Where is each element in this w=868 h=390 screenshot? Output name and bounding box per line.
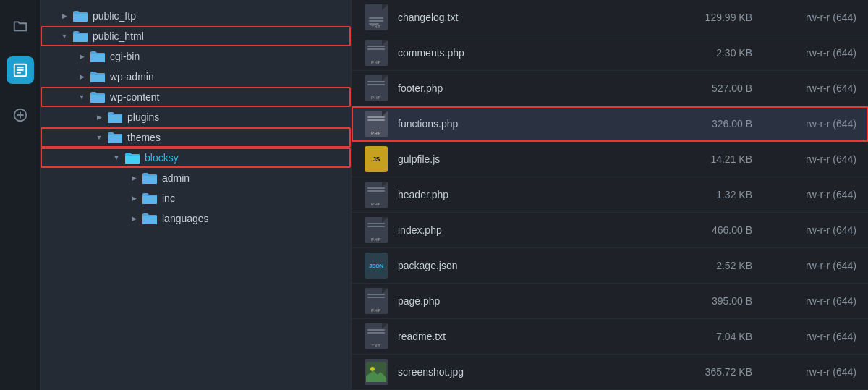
file-row[interactable]: PHP footer.php 527.00 B rw-r-r (644) — [352, 71, 868, 106]
file-perms: rw-r-r (644) — [770, 366, 856, 378]
svg-point-8 — [370, 367, 375, 371]
folder-icon — [90, 50, 106, 63]
file-name: package.json — [398, 260, 680, 271]
tree-item-label: themes — [127, 132, 161, 143]
tree-item-label: plugins — [127, 111, 159, 123]
tree-item-label: blocksy — [145, 152, 179, 164]
folder-icon — [90, 90, 106, 103]
file-list-panel: TXT changelog.txt 129.99 KB rw-r-r (644)… — [352, 0, 868, 390]
file-perms: rw-r-r (644) — [770, 47, 856, 59]
tree-item-blocksy[interactable]: blocksy — [41, 148, 351, 168]
tree-item-label: public_ftp — [93, 10, 136, 22]
chevron-right-icon — [58, 9, 71, 22]
file-size: 395.00 B — [680, 295, 752, 307]
tree-item-public-ftp[interactable]: public_ftp — [41, 6, 351, 26]
file-name: changelog.txt — [398, 12, 680, 23]
file-tree-panel: public_ftp public_html cgi-bin — [41, 0, 352, 390]
file-row[interactable]: screenshot.jpg 365.72 KB rw-r-r (644) — [352, 355, 868, 390]
file-perms: rw-r-r (644) — [770, 331, 856, 342]
tree-item-label: cgi-bin — [110, 51, 140, 62]
file-perms: rw-r-r (644) — [770, 189, 856, 200]
tree-item-wp-content[interactable]: wp-content — [41, 87, 351, 107]
tree-item-themes[interactable]: themes — [41, 127, 351, 148]
sidebar-new-button[interactable] — [7, 101, 34, 129]
file-icon-txt: TXT — [363, 323, 389, 349]
folder-icon — [72, 9, 88, 22]
folder-icon — [90, 70, 106, 83]
file-name: gulpfile.js — [398, 153, 680, 165]
file-name: header.php — [398, 189, 680, 200]
sidebar — [0, 0, 41, 390]
file-icon-img — [363, 359, 389, 385]
file-icon-php: PHP — [363, 40, 389, 66]
file-row[interactable]: PHP page.php 395.00 B rw-r-r (644) — [352, 284, 868, 319]
folder-icon — [107, 131, 123, 144]
tree-item-label: inc — [162, 192, 175, 204]
file-name: page.php — [398, 295, 680, 307]
tree-item-label: public_html — [93, 30, 144, 42]
chevron-down-icon — [75, 90, 88, 103]
folder-icon — [124, 151, 140, 164]
file-row[interactable]: PHP header.php 1.32 KB rw-r-r (644) — [352, 177, 868, 213]
file-perms: rw-r-r (644) — [770, 118, 856, 130]
chevron-down-icon — [110, 151, 123, 164]
file-name: functions.php — [398, 118, 680, 130]
tree-item-inc[interactable]: inc — [41, 188, 351, 208]
file-icon-php: PHP — [363, 75, 389, 101]
file-icon-php: PHP — [363, 111, 389, 137]
chevron-right-icon — [75, 70, 88, 83]
file-row[interactable]: TXT changelog.txt 129.99 KB rw-r-r (644) — [352, 0, 868, 35]
tree-item-public-html[interactable]: public_html — [41, 26, 351, 46]
folder-icon — [142, 171, 158, 185]
file-perms: rw-r-r (644) — [770, 260, 856, 271]
file-size: 365.72 KB — [680, 366, 752, 378]
file-perms: rw-r-r (644) — [770, 82, 856, 94]
tree-item-wp-admin[interactable]: wp-admin — [41, 67, 351, 87]
file-row[interactable]: JS gulpfile.js 14.21 KB rw-r-r (644) — [352, 142, 868, 177]
folder-icon — [142, 192, 158, 205]
file-size: 7.04 KB — [680, 331, 752, 342]
file-row[interactable]: TXT readme.txt 7.04 KB rw-r-r (644) — [352, 319, 868, 355]
tree-item-label: admin — [162, 172, 190, 184]
file-perms: rw-r-r (644) — [770, 12, 856, 23]
tree-item-languages[interactable]: languages — [41, 208, 351, 229]
folder-icon — [72, 30, 88, 43]
file-perms: rw-r-r (644) — [770, 295, 856, 307]
file-icon-json: JSON — [363, 253, 389, 279]
file-name: screenshot.jpg — [398, 366, 680, 378]
file-name: footer.php — [398, 82, 680, 94]
file-icon-js: JS — [363, 146, 389, 172]
file-name: comments.php — [398, 47, 680, 59]
file-icon-php: PHP — [363, 217, 389, 243]
file-size: 129.99 KB — [680, 12, 752, 23]
file-icon-php: PHP — [363, 288, 389, 314]
file-row[interactable]: PHP comments.php 2.30 KB rw-r-r (644) — [352, 35, 868, 71]
file-row-functions-php[interactable]: PHP functions.php 326.00 B rw-r-r (644) — [352, 106, 868, 142]
file-name: readme.txt — [398, 331, 680, 342]
file-size: 466.00 B — [680, 224, 752, 236]
file-icon-txt: TXT — [363, 4, 389, 30]
file-size: 14.21 KB — [680, 153, 752, 165]
file-perms: rw-r-r (644) — [770, 224, 856, 236]
file-row[interactable]: PHP index.php 466.00 B rw-r-r (644) — [352, 213, 868, 248]
file-name: index.php — [398, 224, 680, 236]
folder-icon — [107, 111, 123, 124]
tree-item-cgi-bin[interactable]: cgi-bin — [41, 46, 351, 67]
file-size: 326.00 B — [680, 118, 752, 130]
tree-item-admin[interactable]: admin — [41, 168, 351, 188]
file-size: 1.32 KB — [680, 189, 752, 200]
tree-item-plugins[interactable]: plugins — [41, 107, 351, 127]
folder-icon — [142, 212, 158, 225]
file-size: 2.30 KB — [680, 47, 752, 59]
chevron-right-icon — [75, 50, 88, 63]
file-row[interactable]: JSON package.json 2.52 KB rw-r-r (644) — [352, 248, 868, 284]
chevron-right-icon — [93, 111, 106, 124]
sidebar-editor-button[interactable] — [7, 56, 34, 84]
file-size: 2.52 KB — [680, 260, 752, 271]
chevron-right-icon — [127, 212, 140, 225]
chevron-right-icon — [127, 171, 140, 185]
file-perms: rw-r-r (644) — [770, 153, 856, 165]
chevron-down-icon — [58, 30, 71, 43]
sidebar-files-button[interactable] — [7, 12, 34, 39]
chevron-right-icon — [127, 192, 140, 205]
